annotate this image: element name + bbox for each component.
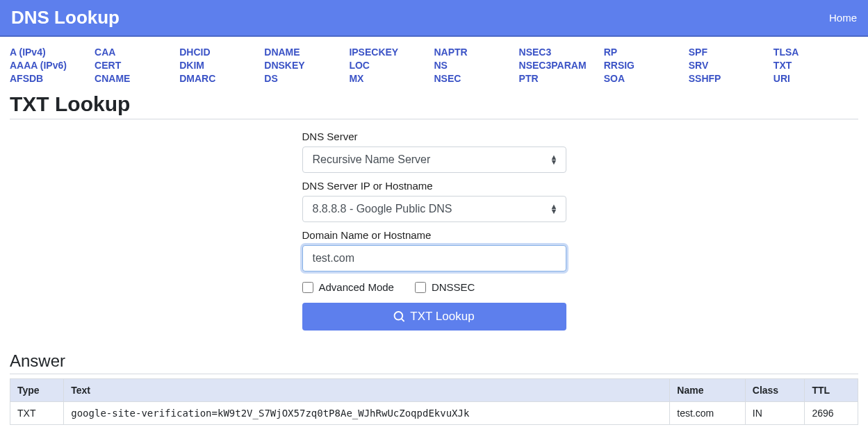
table-cell: 2696 [805, 402, 858, 425]
table-header: Type [10, 379, 64, 402]
domain-input[interactable] [302, 245, 566, 271]
record-type-link[interactable]: TXT [773, 60, 858, 71]
dns-server-select[interactable]: Recursive Name Server [302, 147, 566, 173]
table-cell: test.com [670, 402, 745, 425]
search-icon [393, 311, 404, 322]
record-type-link[interactable]: RRSIG [604, 60, 689, 71]
record-type-link[interactable]: DMARC [179, 73, 264, 84]
record-type-link[interactable]: CNAME [95, 73, 179, 84]
record-type-link[interactable]: AAAA (IPv6) [10, 60, 95, 71]
record-type-link[interactable]: CERT [95, 60, 179, 71]
record-type-link[interactable]: SRV [689, 60, 773, 71]
record-type-link[interactable]: IPSECKEY [349, 47, 434, 58]
record-type-link[interactable]: NSEC3 [519, 47, 604, 58]
advanced-mode-label: Advanced Mode [319, 281, 394, 293]
table-cell: google-site-verification=kW9t2V_S7WjOX57… [64, 402, 670, 425]
dns-ip-label: DNS Server IP or Hostname [302, 180, 566, 192]
record-type-nav: A (IPv4)AAAA (IPv6)AFSDBCAACERTCNAMEDHCI… [0, 37, 868, 90]
submit-label: TXT Lookup [410, 310, 474, 324]
record-type-link[interactable]: DKIM [179, 60, 264, 71]
home-link[interactable]: Home [829, 12, 857, 24]
txt-lookup-button[interactable]: TXT Lookup [302, 303, 566, 331]
lookup-form: DNS Server Recursive Name Server ▲▼ DNS … [302, 131, 566, 331]
record-type-link[interactable]: DNSKEY [264, 60, 349, 71]
dns-ip-select[interactable]: 8.8.8.8 - Google Public DNS [302, 196, 566, 222]
advanced-mode-checkbox[interactable] [302, 282, 313, 293]
table-cell: IN [745, 402, 805, 425]
record-type-link[interactable]: NS [434, 60, 518, 71]
page-title: TXT Lookup [10, 92, 858, 119]
record-type-link[interactable]: URI [773, 73, 858, 84]
record-type-link[interactable]: DS [264, 73, 349, 84]
record-type-link[interactable]: LOC [349, 60, 434, 71]
table-cell: TXT [10, 402, 64, 425]
record-type-link[interactable]: A (IPv4) [10, 47, 95, 58]
record-type-link[interactable]: NSEC3PARAM [519, 60, 604, 71]
record-type-link[interactable]: SPF [689, 47, 773, 58]
dns-server-label: DNS Server [302, 131, 566, 142]
record-type-link[interactable]: MX [349, 73, 434, 84]
answer-table: TypeTextNameClassTTL TXTgoogle-site-veri… [10, 378, 858, 425]
table-header: Text [64, 379, 670, 402]
table-header: TTL [805, 379, 858, 402]
top-bar: DNS Lookup Home [0, 0, 868, 37]
record-type-link[interactable]: RP [604, 47, 689, 58]
brand-title[interactable]: DNS Lookup [11, 7, 120, 28]
record-type-link[interactable]: SOA [604, 73, 689, 84]
record-type-link[interactable]: SSHFP [689, 73, 773, 84]
dnssec-checkbox[interactable] [415, 282, 426, 293]
record-type-link[interactable]: NSEC [434, 73, 518, 84]
answer-title: Answer [10, 351, 858, 374]
record-type-link[interactable]: DNAME [264, 47, 349, 58]
table-row: TXTgoogle-site-verification=kW9t2V_S7WjO… [10, 402, 858, 425]
table-header: Name [670, 379, 745, 402]
record-type-link[interactable]: NAPTR [434, 47, 518, 58]
record-type-link[interactable]: AFSDB [10, 73, 95, 84]
record-type-link[interactable]: DHCID [179, 47, 264, 58]
record-type-link[interactable]: CAA [95, 47, 179, 58]
record-type-link[interactable]: PTR [519, 73, 604, 84]
table-header: Class [745, 379, 805, 402]
dnssec-label: DNSSEC [432, 281, 475, 293]
domain-label: Domain Name or Hostname [302, 229, 566, 241]
record-type-link[interactable]: TLSA [773, 47, 858, 58]
